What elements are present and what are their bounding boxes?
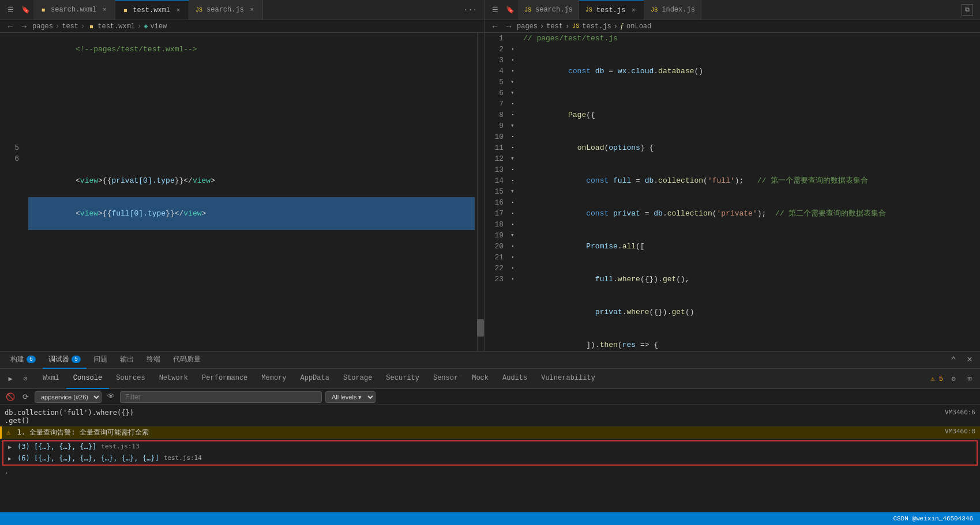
devtools-layout-icon[interactable]: ⊞ [964,373,975,384]
tab-label-right-index-js: index.js [662,6,695,14]
js-icon-1: JS [195,6,203,14]
panel-tab-build-label: 构建 [10,354,24,364]
devtools-tab-vulnerability-label: Vulnerability [541,374,595,382]
console-location-2: VM3460:8 [945,428,975,435]
devtools-tab-mock[interactable]: Mock [465,369,495,389]
js-icon-r1: JS [524,6,532,14]
right-menu-icon[interactable]: ☰ [489,4,501,16]
panel-tab-debug[interactable]: 调试器 5 [43,352,87,369]
bc-pages: pages [32,22,53,31]
rbc-onload: onLoad [626,22,651,31]
expand-arrow-3[interactable]: ▶ [8,444,15,450]
devtools-tab-security[interactable]: Security [379,369,426,389]
tab-more-button[interactable]: ··· [459,6,482,14]
left-code-area[interactable]: <!--pages/test/test.wxml--> <view>{{priv… [26,33,477,351]
tab-close-3[interactable]: × [247,5,257,14]
left-line-numbers: 5 6 [0,33,26,351]
filter-input[interactable] [120,391,322,403]
devtools-tab-console[interactable]: Console [66,369,109,389]
bookmark-icon[interactable]: 🔖 [20,4,31,16]
devtools-tab-security-label: Security [386,374,419,382]
code-line-empty5 [28,109,475,120]
code-line-6: <view>{{full[0].type}}</view> [28,197,475,230]
levels-select[interactable]: All levels ▾ [325,391,376,403]
build-badge: 6 [27,356,36,363]
rbc-filename: test.js [582,22,611,31]
devtools-tab-wxml[interactable]: Wxml [36,369,66,389]
devtools-tab-audits[interactable]: Audits [495,369,534,389]
right-tab-more[interactable]: ⧉ [957,4,978,16]
devtools-tab-memory-label: Memory [261,374,286,382]
devtools-tab-performance[interactable]: Performance [195,369,254,389]
devtools-tab-sensor[interactable]: Sensor [426,369,465,389]
rcode-5: Page({ [521,99,978,131]
devtools-left-icons: ▶ ⊘ [5,373,31,384]
tab-test-wxml[interactable]: ◼ test.wxml × [115,0,189,20]
devtools-tab-sources[interactable]: Sources [109,369,152,389]
devtools-settings-icon[interactable]: ⚙ [948,373,959,384]
devtools-tab-network[interactable]: Network [152,369,195,389]
console-cursor-line: › [0,467,980,478]
rbc-test: test [546,22,563,31]
left-editor: ☰ 🔖 ◼ search.wxml × ◼ test.wxml × JS sea… [0,0,485,351]
tab-close-r2[interactable]: × [629,6,638,15]
devtools-tab-appdata[interactable]: AppData [294,369,336,389]
devtools-tab-memory[interactable]: Memory [254,369,293,389]
bottom-panel: 构建 6 调试器 5 问题 输出 终端 代码质量 ⌃ × ▶ ⊘ Wxml [0,351,980,512]
panel-close-icon[interactable]: × [964,354,975,366]
tab-search-wxml[interactable]: ◼ search.wxml × [33,0,115,20]
panel-expand-icon[interactable]: ⌃ [948,354,959,366]
bc-file-icon: ◼ [87,22,95,31]
status-bar: CSDN @weixin_46504346 [0,512,980,525]
expand-arrow-4[interactable]: ▶ [8,455,15,462]
console-line-1: db.collection('full').where({}) .get() V… [0,407,980,426]
tab-search-js[interactable]: JS search.js × [189,0,263,20]
js-icon-r2: JS [585,6,593,14]
devtools-tab-console-label: Console [73,374,102,382]
editor-area: ☰ 🔖 ◼ search.wxml × ◼ test.wxml × JS sea… [0,0,980,351]
tab-right-test-js[interactable]: JS test.js × [579,0,644,20]
menu-icon[interactable]: ☰ [5,4,16,16]
right-nav-back[interactable]: ← [489,21,501,32]
devtools-stop-icon[interactable]: ⊘ [20,373,31,384]
console-result-box: ▶ (3) [{…}, {…}, {…}] test.js:13 ▶ (6) [… [2,440,978,466]
right-bookmark-icon[interactable]: 🔖 [504,4,516,16]
code-line-empty2 [28,77,475,88]
nav-forward-icon[interactable]: → [18,21,30,32]
tab-right-search-js[interactable]: JS search.js [518,0,579,20]
devtools-tab-vulnerability[interactable]: Vulnerability [534,369,602,389]
panel-tab-build[interactable]: 构建 6 [5,352,42,369]
devtools-tab-sensor-label: Sensor [433,374,458,382]
code-line-empty3 [28,88,475,99]
devtools-tab-storage[interactable]: Storage [336,369,379,389]
panel-tab-terminal[interactable]: 终端 [141,352,166,369]
console-line-4: ▶ (6) [{…}, {…}, {…}, {…}, {…}, {…}] tes… [3,453,977,464]
tab-close-1[interactable]: × [100,5,109,14]
console-refresh-icon[interactable]: ⟳ [20,391,31,403]
panel-right-controls: ⌃ × [948,354,975,366]
left-scroll-thumb[interactable] [477,319,484,337]
console-clear-icon[interactable]: 🚫 [5,391,16,403]
context-select[interactable]: appservice (#26) [35,391,102,403]
console-toolbar: 🚫 ⟳ appservice (#26) 👁 All levels ▾ [0,389,980,405]
rcode-11: privat.where({}).get() [521,296,978,328]
nav-back-icon[interactable]: ← [5,21,16,32]
panel-tab-codequality[interactable]: 代码质量 [167,352,206,369]
code-line-empty8 [28,142,475,153]
left-scrollbar[interactable] [477,33,484,351]
rcode-6: onLoad(options) { [521,131,978,164]
console-eye-icon[interactable]: 👁 [105,391,117,403]
panel-tab-issues-label: 问题 [93,354,107,364]
panel-tab-issues[interactable]: 问题 [88,352,113,369]
tab-right-index-js[interactable]: JS index.js [644,0,701,20]
devtools-play-icon[interactable]: ▶ [5,373,16,384]
right-nav-forward[interactable]: → [503,21,515,32]
devtools-tab-sources-label: Sources [116,374,145,382]
status-csdn: CSDN @weixin_46504346 [893,515,973,522]
panel-tab-output[interactable]: 输出 [114,352,140,369]
devtools-tab-storage-label: Storage [343,374,372,382]
wxml-icon-1: ◼ [39,6,47,14]
tab-close-2[interactable]: × [174,6,183,15]
split-icon[interactable]: ⧉ [962,4,973,16]
right-code-area[interactable]: // pages/test/test.js const db = wx.clou… [519,33,980,351]
